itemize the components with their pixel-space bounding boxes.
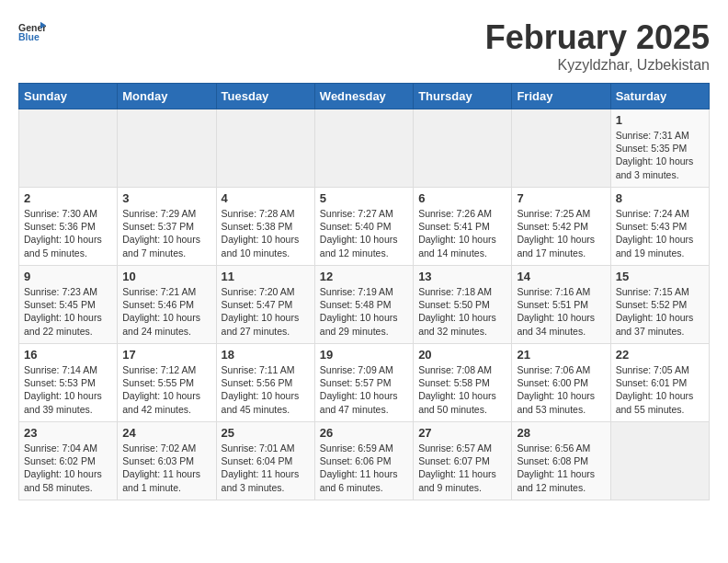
day-cell	[216, 109, 314, 188]
day-cell: 5Sunrise: 7:27 AMSunset: 5:40 PMDaylight…	[314, 188, 413, 266]
day-cell: 15Sunrise: 7:15 AMSunset: 5:52 PMDayligh…	[610, 266, 709, 344]
day-cell: 14Sunrise: 7:16 AMSunset: 5:51 PMDayligh…	[512, 266, 610, 344]
day-info: Daylight: 10 hours and 37 minutes.	[616, 311, 704, 337]
day-info: Sunset: 5:45 PM	[24, 298, 112, 311]
day-number: 15	[616, 270, 704, 283]
day-info: Sunrise: 6:57 AM	[418, 442, 506, 454]
logo: General Blue	[18, 18, 48, 46]
location-subtitle: Kyzyldzhar, Uzbekistan	[485, 57, 710, 74]
day-info: Sunrise: 7:28 AM	[222, 207, 310, 220]
day-cell: 11Sunrise: 7:20 AMSunset: 5:47 PMDayligh…	[216, 266, 314, 344]
day-cell: 26Sunrise: 6:59 AMSunset: 6:06 PMDayligh…	[314, 422, 413, 500]
day-number: 22	[616, 348, 704, 362]
day-cell	[118, 109, 216, 188]
day-number: 16	[24, 348, 112, 362]
day-cell	[414, 109, 512, 188]
day-info: Sunrise: 7:05 AM	[616, 363, 704, 376]
weekday-header-wednesday: Wednesday	[314, 84, 413, 109]
day-number: 25	[222, 426, 310, 440]
day-number: 12	[320, 270, 408, 283]
day-cell: 19Sunrise: 7:09 AMSunset: 5:57 PMDayligh…	[314, 344, 413, 422]
day-info: Sunset: 6:06 PM	[320, 454, 408, 467]
day-number: 1	[616, 113, 704, 127]
day-cell: 4Sunrise: 7:28 AMSunset: 5:38 PMDaylight…	[216, 188, 314, 266]
calendar-table: SundayMondayTuesdayWednesdayThursdayFrid…	[18, 83, 710, 500]
day-info: Sunrise: 7:18 AM	[418, 285, 506, 298]
day-info: Sunset: 5:51 PM	[517, 298, 605, 311]
weekday-header-saturday: Saturday	[610, 84, 709, 109]
day-info: Sunrise: 7:11 AM	[222, 363, 310, 376]
day-info: Sunset: 5:40 PM	[320, 220, 408, 233]
day-info: Sunset: 6:08 PM	[517, 454, 605, 467]
day-info: Daylight: 10 hours and 39 minutes.	[24, 389, 112, 415]
day-cell: 23Sunrise: 7:04 AMSunset: 6:02 PMDayligh…	[19, 422, 118, 500]
day-number: 28	[517, 426, 605, 440]
day-info: Sunrise: 7:08 AM	[418, 363, 506, 376]
day-info: Daylight: 11 hours and 12 minutes.	[517, 467, 605, 493]
day-info: Sunset: 5:56 PM	[222, 376, 310, 389]
day-cell: 18Sunrise: 7:11 AMSunset: 5:56 PMDayligh…	[216, 344, 314, 422]
day-info: Sunset: 5:47 PM	[222, 298, 310, 311]
day-info: Daylight: 10 hours and 42 minutes.	[122, 389, 210, 415]
day-number: 3	[122, 191, 210, 205]
day-info: Sunrise: 7:24 AM	[616, 207, 704, 220]
day-number: 23	[24, 426, 112, 440]
day-info: Sunrise: 7:09 AM	[320, 363, 408, 376]
day-number: 5	[320, 191, 408, 205]
day-info: Sunrise: 7:23 AM	[24, 285, 112, 298]
day-info: Sunrise: 7:16 AM	[517, 285, 605, 298]
day-info: Sunset: 5:57 PM	[320, 376, 408, 389]
day-info: Sunset: 5:42 PM	[517, 220, 605, 233]
day-info: Daylight: 10 hours and 14 minutes.	[418, 233, 506, 259]
day-info: Sunrise: 7:02 AM	[122, 442, 210, 454]
day-number: 17	[122, 348, 210, 362]
day-info: Daylight: 10 hours and 32 minutes.	[418, 311, 506, 337]
day-number: 18	[222, 348, 310, 362]
day-cell: 25Sunrise: 7:01 AMSunset: 6:04 PMDayligh…	[216, 422, 314, 500]
day-cell: 7Sunrise: 7:25 AMSunset: 5:42 PMDaylight…	[512, 188, 610, 266]
day-number: 8	[616, 191, 704, 205]
day-cell: 13Sunrise: 7:18 AMSunset: 5:50 PMDayligh…	[414, 266, 512, 344]
day-cell: 16Sunrise: 7:14 AMSunset: 5:53 PMDayligh…	[19, 344, 118, 422]
day-cell: 27Sunrise: 6:57 AMSunset: 6:07 PMDayligh…	[414, 422, 512, 500]
day-number: 13	[418, 270, 506, 283]
week-row-4: 16Sunrise: 7:14 AMSunset: 5:53 PMDayligh…	[19, 344, 710, 422]
page-header: General Blue February 2025 Kyzyldzhar, U…	[18, 18, 710, 74]
day-cell: 20Sunrise: 7:08 AMSunset: 5:58 PMDayligh…	[414, 344, 512, 422]
day-cell: 21Sunrise: 7:06 AMSunset: 6:00 PMDayligh…	[512, 344, 610, 422]
day-info: Sunset: 5:36 PM	[24, 220, 112, 233]
day-info: Sunrise: 7:01 AM	[222, 442, 310, 454]
day-info: Sunrise: 7:30 AM	[24, 207, 112, 220]
day-info: Sunset: 5:50 PM	[418, 298, 506, 311]
day-number: 11	[222, 270, 310, 283]
day-info: Sunset: 5:46 PM	[122, 298, 210, 311]
day-info: Daylight: 10 hours and 29 minutes.	[320, 311, 408, 337]
day-cell: 24Sunrise: 7:02 AMSunset: 6:03 PMDayligh…	[118, 422, 216, 500]
weekday-header-friday: Friday	[512, 84, 610, 109]
day-cell: 2Sunrise: 7:30 AMSunset: 5:36 PMDaylight…	[19, 188, 118, 266]
day-cell: 1Sunrise: 7:31 AMSunset: 5:35 PMDaylight…	[610, 109, 709, 188]
week-row-2: 2Sunrise: 7:30 AMSunset: 5:36 PMDaylight…	[19, 188, 710, 266]
day-info: Sunrise: 7:26 AM	[418, 207, 506, 220]
day-number: 4	[222, 191, 310, 205]
day-number: 9	[24, 270, 112, 283]
day-number: 20	[418, 348, 506, 362]
weekday-header-monday: Monday	[118, 84, 216, 109]
day-cell: 17Sunrise: 7:12 AMSunset: 5:55 PMDayligh…	[118, 344, 216, 422]
day-info: Daylight: 11 hours and 9 minutes.	[418, 467, 506, 493]
day-info: Sunset: 6:01 PM	[616, 376, 704, 389]
day-info: Daylight: 11 hours and 3 minutes.	[222, 467, 310, 493]
day-info: Daylight: 10 hours and 24 minutes.	[122, 311, 210, 337]
day-cell: 22Sunrise: 7:05 AMSunset: 6:01 PMDayligh…	[610, 344, 709, 422]
logo-icon: General Blue	[18, 18, 46, 46]
day-number: 14	[517, 270, 605, 283]
svg-text:Blue: Blue	[18, 31, 40, 42]
day-info: Sunset: 6:00 PM	[517, 376, 605, 389]
week-row-3: 9Sunrise: 7:23 AMSunset: 5:45 PMDaylight…	[19, 266, 710, 344]
day-info: Daylight: 10 hours and 22 minutes.	[24, 311, 112, 337]
weekday-header-row: SundayMondayTuesdayWednesdayThursdayFrid…	[19, 84, 710, 109]
day-info: Sunrise: 7:12 AM	[122, 363, 210, 376]
day-info: Daylight: 10 hours and 27 minutes.	[222, 311, 310, 337]
day-info: Sunrise: 7:29 AM	[122, 207, 210, 220]
day-info: Daylight: 10 hours and 53 minutes.	[517, 389, 605, 415]
